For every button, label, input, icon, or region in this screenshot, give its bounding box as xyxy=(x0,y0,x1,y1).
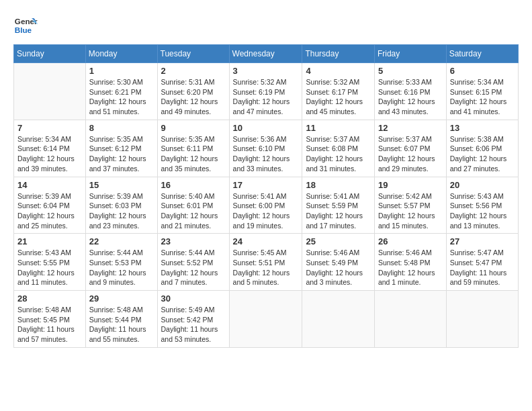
day-info: Sunrise: 5:48 AMSunset: 5:45 PMDaylight:… xyxy=(17,305,82,345)
day-info: Sunrise: 5:39 AMSunset: 6:04 PMDaylight:… xyxy=(17,191,82,231)
weekday-header-thursday: Thursday xyxy=(302,45,375,63)
calendar-cell: 23Sunrise: 5:44 AMSunset: 5:52 PMDayligh… xyxy=(157,234,229,291)
day-info: Sunrise: 5:46 AMSunset: 5:48 PMDaylight:… xyxy=(378,248,443,287)
logo-icon: General Blue xyxy=(13,13,38,38)
calendar-table: SundayMondayTuesdayWednesdayThursdayFrid… xyxy=(13,44,519,348)
calendar-cell: 18Sunrise: 5:41 AMSunset: 5:59 PMDayligh… xyxy=(302,177,375,234)
calendar-cell xyxy=(14,63,86,120)
calendar-cell: 19Sunrise: 5:42 AMSunset: 5:57 PMDayligh… xyxy=(374,177,446,234)
calendar-cell: 17Sunrise: 5:41 AMSunset: 6:00 PMDayligh… xyxy=(229,177,302,234)
calendar-cell: 21Sunrise: 5:43 AMSunset: 5:55 PMDayligh… xyxy=(14,234,86,291)
day-number: 25 xyxy=(306,236,371,246)
calendar-week-5: 28Sunrise: 5:48 AMSunset: 5:45 PMDayligh… xyxy=(14,291,519,348)
logo: General Blue xyxy=(13,13,38,38)
day-number: 23 xyxy=(161,236,226,246)
calendar-cell: 11Sunrise: 5:37 AMSunset: 6:08 PMDayligh… xyxy=(302,120,375,177)
day-info: Sunrise: 5:40 AMSunset: 6:01 PMDaylight:… xyxy=(161,191,226,231)
day-info: Sunrise: 5:43 AMSunset: 5:55 PMDaylight:… xyxy=(17,248,82,287)
day-number: 17 xyxy=(233,180,299,190)
day-number: 19 xyxy=(378,180,443,190)
day-number: 7 xyxy=(17,123,82,133)
day-info: Sunrise: 5:34 AMSunset: 6:15 PMDaylight:… xyxy=(450,77,515,117)
calendar-cell: 27Sunrise: 5:47 AMSunset: 5:47 PMDayligh… xyxy=(446,234,518,291)
day-info: Sunrise: 5:32 AMSunset: 6:19 PMDaylight:… xyxy=(233,77,299,117)
day-info: Sunrise: 5:41 AMSunset: 6:00 PMDaylight:… xyxy=(233,191,299,231)
calendar-cell: 7Sunrise: 5:34 AMSunset: 6:14 PMDaylight… xyxy=(14,120,86,177)
day-info: Sunrise: 5:41 AMSunset: 5:59 PMDaylight:… xyxy=(306,191,371,231)
day-info: Sunrise: 5:47 AMSunset: 5:47 PMDaylight:… xyxy=(450,248,515,287)
calendar-cell: 14Sunrise: 5:39 AMSunset: 6:04 PMDayligh… xyxy=(14,177,86,234)
weekday-header-wednesday: Wednesday xyxy=(229,45,302,63)
day-info: Sunrise: 5:44 AMSunset: 5:53 PMDaylight:… xyxy=(89,248,154,287)
calendar-week-3: 14Sunrise: 5:39 AMSunset: 6:04 PMDayligh… xyxy=(14,177,519,234)
day-info: Sunrise: 5:43 AMSunset: 5:56 PMDaylight:… xyxy=(450,191,515,231)
day-info: Sunrise: 5:48 AMSunset: 5:44 PMDaylight:… xyxy=(89,305,154,345)
day-number: 9 xyxy=(161,123,226,133)
calendar-cell: 6Sunrise: 5:34 AMSunset: 6:15 PMDaylight… xyxy=(446,63,518,120)
day-number: 8 xyxy=(89,123,154,133)
calendar-week-4: 21Sunrise: 5:43 AMSunset: 5:55 PMDayligh… xyxy=(14,234,519,291)
day-info: Sunrise: 5:32 AMSunset: 6:17 PMDaylight:… xyxy=(306,77,371,117)
page-header: General Blue xyxy=(13,13,519,38)
day-number: 15 xyxy=(89,180,154,190)
calendar-cell: 24Sunrise: 5:45 AMSunset: 5:51 PMDayligh… xyxy=(229,234,302,291)
day-number: 3 xyxy=(233,66,299,76)
calendar-cell: 4Sunrise: 5:32 AMSunset: 6:17 PMDaylight… xyxy=(302,63,375,120)
calendar-cell: 9Sunrise: 5:35 AMSunset: 6:11 PMDaylight… xyxy=(157,120,229,177)
day-number: 1 xyxy=(89,66,154,76)
day-info: Sunrise: 5:45 AMSunset: 5:51 PMDaylight:… xyxy=(233,248,299,287)
calendar-cell: 12Sunrise: 5:37 AMSunset: 6:07 PMDayligh… xyxy=(374,120,446,177)
day-number: 11 xyxy=(306,123,371,133)
calendar-week-2: 7Sunrise: 5:34 AMSunset: 6:14 PMDaylight… xyxy=(14,120,519,177)
weekday-header-tuesday: Tuesday xyxy=(157,45,229,63)
day-number: 30 xyxy=(161,293,226,304)
calendar-cell: 5Sunrise: 5:33 AMSunset: 6:16 PMDaylight… xyxy=(374,63,446,120)
day-number: 29 xyxy=(89,293,154,304)
day-info: Sunrise: 5:42 AMSunset: 5:57 PMDaylight:… xyxy=(378,191,443,231)
calendar-cell: 16Sunrise: 5:40 AMSunset: 6:01 PMDayligh… xyxy=(157,177,229,234)
calendar-cell: 1Sunrise: 5:30 AMSunset: 6:21 PMDaylight… xyxy=(85,63,157,120)
day-number: 6 xyxy=(450,66,515,76)
calendar-cell: 15Sunrise: 5:39 AMSunset: 6:03 PMDayligh… xyxy=(85,177,157,234)
day-number: 27 xyxy=(450,236,515,246)
day-number: 28 xyxy=(17,293,82,304)
day-number: 20 xyxy=(450,180,515,190)
day-number: 13 xyxy=(450,123,515,133)
day-info: Sunrise: 5:34 AMSunset: 6:14 PMDaylight:… xyxy=(17,134,82,174)
day-number: 24 xyxy=(233,236,299,246)
day-number: 5 xyxy=(378,66,443,76)
calendar-cell: 22Sunrise: 5:44 AMSunset: 5:53 PMDayligh… xyxy=(85,234,157,291)
calendar-cell: 25Sunrise: 5:46 AMSunset: 5:49 PMDayligh… xyxy=(302,234,375,291)
svg-text:Blue: Blue xyxy=(15,26,32,34)
day-info: Sunrise: 5:35 AMSunset: 6:12 PMDaylight:… xyxy=(89,134,154,174)
calendar-cell: 2Sunrise: 5:31 AMSunset: 6:20 PMDaylight… xyxy=(157,63,229,120)
day-info: Sunrise: 5:46 AMSunset: 5:49 PMDaylight:… xyxy=(306,248,371,287)
calendar-cell xyxy=(374,291,446,348)
day-info: Sunrise: 5:30 AMSunset: 6:21 PMDaylight:… xyxy=(89,77,154,117)
calendar-cell xyxy=(446,291,518,348)
day-number: 14 xyxy=(17,180,82,190)
day-number: 26 xyxy=(378,236,443,246)
calendar-cell: 13Sunrise: 5:38 AMSunset: 6:06 PMDayligh… xyxy=(446,120,518,177)
day-number: 22 xyxy=(89,236,154,246)
day-info: Sunrise: 5:35 AMSunset: 6:11 PMDaylight:… xyxy=(161,134,226,174)
day-info: Sunrise: 5:33 AMSunset: 6:16 PMDaylight:… xyxy=(378,77,443,117)
weekday-header-friday: Friday xyxy=(374,45,446,63)
day-info: Sunrise: 5:38 AMSunset: 6:06 PMDaylight:… xyxy=(450,134,515,174)
weekday-header-sunday: Sunday xyxy=(14,45,86,63)
calendar-cell: 30Sunrise: 5:49 AMSunset: 5:42 PMDayligh… xyxy=(157,291,229,348)
calendar-cell xyxy=(229,291,302,348)
calendar-cell: 3Sunrise: 5:32 AMSunset: 6:19 PMDaylight… xyxy=(229,63,302,120)
calendar-week-1: 1Sunrise: 5:30 AMSunset: 6:21 PMDaylight… xyxy=(14,63,519,120)
weekday-header-saturday: Saturday xyxy=(446,45,518,63)
day-info: Sunrise: 5:36 AMSunset: 6:10 PMDaylight:… xyxy=(233,134,299,174)
calendar-cell: 26Sunrise: 5:46 AMSunset: 5:48 PMDayligh… xyxy=(374,234,446,291)
day-number: 21 xyxy=(17,236,82,246)
calendar-cell: 29Sunrise: 5:48 AMSunset: 5:44 PMDayligh… xyxy=(85,291,157,348)
day-number: 16 xyxy=(161,180,226,190)
day-info: Sunrise: 5:31 AMSunset: 6:20 PMDaylight:… xyxy=(161,77,226,117)
day-info: Sunrise: 5:37 AMSunset: 6:08 PMDaylight:… xyxy=(306,134,371,174)
day-info: Sunrise: 5:44 AMSunset: 5:52 PMDaylight:… xyxy=(161,248,226,287)
calendar-cell: 28Sunrise: 5:48 AMSunset: 5:45 PMDayligh… xyxy=(14,291,86,348)
day-number: 12 xyxy=(378,123,443,133)
